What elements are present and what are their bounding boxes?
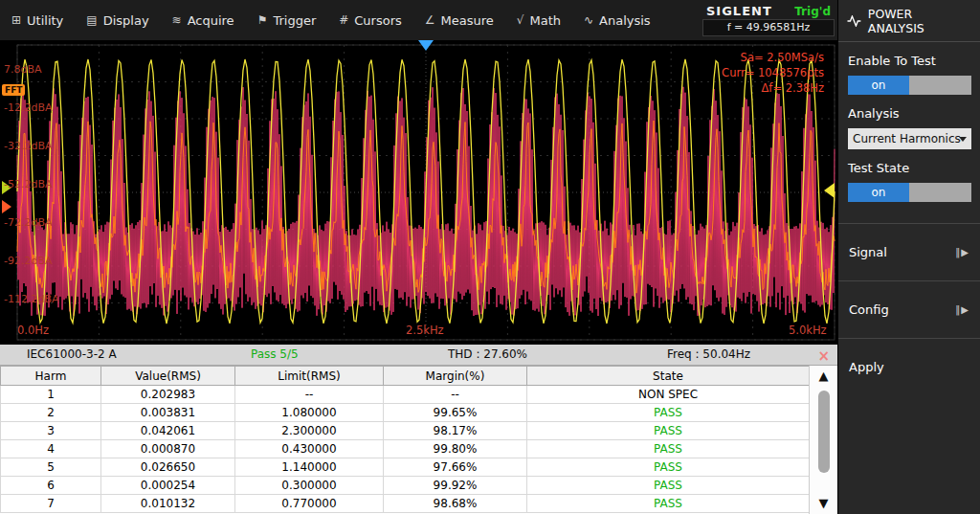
db-scale-label: 7.8dBA xyxy=(4,63,42,76)
config-menu-item[interactable]: Config ‖▶ xyxy=(838,280,980,338)
analysis-dropdown[interactable]: Current Harmonics xyxy=(848,128,971,149)
trigger-status: Trig'd xyxy=(794,5,831,18)
menu-item-label: Display xyxy=(103,13,149,28)
harmonics-table: HarmValue(RMS)Limit(RMS)Margin(%)State 1… xyxy=(0,366,809,513)
scroll-thumb[interactable] xyxy=(818,391,830,473)
table-scrollbar[interactable]: ▲ ▼ xyxy=(809,366,837,514)
fft-channel-badge[interactable]: FFT xyxy=(2,84,25,96)
menu-item-display[interactable]: ▤Display xyxy=(75,0,160,40)
sidebar-title: POWER ANALYSIS xyxy=(868,7,971,35)
scroll-down-button[interactable]: ▼ xyxy=(810,495,837,512)
test-standard-label: IEC61000-3-2 A xyxy=(27,347,117,361)
test-state-toggle-on-state: on xyxy=(848,183,909,202)
table-row: 70.0101320.77000098.68%PASS xyxy=(1,495,810,513)
menu-item-cursors[interactable]: #Cursors xyxy=(327,0,413,40)
power-analysis-sidebar: POWER ANALYSIS Enable To Test on Analysi… xyxy=(837,0,980,514)
table-row: 20.0038311.08000099.65%PASS xyxy=(1,404,810,422)
cell-harm: 7 xyxy=(1,495,101,513)
cell-margin: 99.65% xyxy=(384,404,527,422)
db-scale-label: -112.2dBA xyxy=(4,293,59,305)
db-scale-label: -72.2dBA xyxy=(4,216,53,229)
menu-item-label: Measure xyxy=(441,13,494,28)
config-label: Config xyxy=(849,302,889,317)
cell-state: PASS xyxy=(527,458,810,477)
column-header-valuerms: Value(RMS) xyxy=(101,367,235,386)
menu-item-label: Trigger xyxy=(273,13,316,28)
test-state-label: Test State xyxy=(848,161,970,175)
right-level-marker[interactable] xyxy=(824,183,835,198)
cell-margin: 98.17% xyxy=(384,422,527,440)
apply-label: Apply xyxy=(849,360,884,374)
close-results-button[interactable]: × xyxy=(817,347,830,365)
line-freq-readout: Freq : 50.04Hz xyxy=(667,347,750,361)
cell-margin: 99.80% xyxy=(384,440,527,458)
cell-limit: 1.140000 xyxy=(235,458,384,477)
freq-axis-label: 2.5kHz xyxy=(406,324,444,337)
analysis-icon: ∿ xyxy=(584,13,593,27)
enable-to-test-toggle[interactable]: on xyxy=(848,76,971,95)
cell-value: 0.010132 xyxy=(101,495,235,513)
cell-limit: 0.770000 xyxy=(235,495,384,513)
chevron-down-icon xyxy=(959,137,967,142)
cell-state: PASS xyxy=(527,495,810,513)
cell-harm: 3 xyxy=(1,422,101,440)
trigger-frequency-readout: f = 49.96581Hz xyxy=(702,19,835,36)
waveform-svg xyxy=(0,40,837,345)
cell-state: PASS xyxy=(527,404,810,422)
trigger-icon: ⚑ xyxy=(257,13,268,27)
menu-item-trigger[interactable]: ⚑Trigger xyxy=(246,0,328,40)
db-scale-label: -12.2dBA xyxy=(4,101,53,114)
analysis-dropdown-value: Current Harmonics xyxy=(853,132,961,145)
expand-arrow-icon: ‖▶ xyxy=(955,304,969,315)
math-icon: √ xyxy=(517,13,524,27)
cell-limit: 1.080000 xyxy=(235,404,384,422)
test-state-toggle[interactable]: on xyxy=(848,183,971,202)
menu-item-label: Cursors xyxy=(354,13,402,28)
sidebar-actions: Signal ‖▶ Config ‖▶ Apply xyxy=(838,223,980,395)
cell-value: 0.202983 xyxy=(101,386,235,404)
signal-menu-item[interactable]: Signal ‖▶ xyxy=(838,223,980,280)
apply-button[interactable]: Apply xyxy=(838,338,980,395)
analysis-label: Analysis xyxy=(848,106,970,121)
cell-limit: 0.430000 xyxy=(235,440,384,458)
column-header-limitrms: Limit(RMS) xyxy=(235,367,384,386)
cell-state: NON SPEC xyxy=(527,386,810,404)
delta-f-readout: Δf= 2.38Hz xyxy=(722,80,824,96)
menu-bar-items: ⊞Utility▤Display≋Acquire⚑Trigger#Cursors… xyxy=(0,0,662,40)
cell-margin: 98.68% xyxy=(384,495,527,513)
menu-item-utility[interactable]: ⊞Utility xyxy=(0,0,75,40)
points-readout: Curr= 1048576pts xyxy=(722,65,824,80)
acquire-icon: ≋ xyxy=(172,13,182,27)
utility-icon: ⊞ xyxy=(11,13,21,27)
test-state-section: Test State on xyxy=(838,149,980,202)
display-icon: ▤ xyxy=(86,13,97,27)
cell-state: PASS xyxy=(527,440,810,458)
cell-value: 0.026650 xyxy=(101,458,235,477)
brand-top-row: SIGLENT Trig'd xyxy=(702,4,835,18)
menu-item-acquire[interactable]: ≋Acquire xyxy=(161,0,246,40)
cell-value: 0.003831 xyxy=(101,404,235,422)
column-header-state: State xyxy=(527,367,810,386)
cell-harm: 6 xyxy=(1,477,101,495)
cell-value: 0.000254 xyxy=(101,477,235,495)
cell-harm: 1 xyxy=(1,386,101,404)
scroll-up-button[interactable]: ▲ xyxy=(810,368,837,385)
menu-item-math[interactable]: √Math xyxy=(505,0,572,40)
current-channel-marker[interactable] xyxy=(2,200,11,213)
db-scale-label: -92.2dBA xyxy=(4,255,53,267)
cell-margin: 99.92% xyxy=(384,477,527,495)
expand-arrow-icon: ‖▶ xyxy=(955,247,969,257)
cell-limit: -- xyxy=(235,386,384,404)
cell-harm: 2 xyxy=(1,404,101,422)
acquisition-readouts: Sa= 2.50MSa/s Curr= 1048576pts Δf= 2.38H… xyxy=(722,50,824,96)
waveform-display: FFT Sa= 2.50MSa/s Curr= 1048576pts Δf= 2… xyxy=(0,40,837,345)
cell-margin: 97.66% xyxy=(384,458,527,477)
enable-to-test-label: Enable To Test xyxy=(848,54,970,68)
menu-item-analysis[interactable]: ∿Analysis xyxy=(572,0,662,40)
menu-item-measure[interactable]: ∠Measure xyxy=(413,0,505,40)
column-header-margin: Margin(%) xyxy=(384,367,527,386)
power-analysis-icon xyxy=(847,15,861,27)
menu-item-label: Math xyxy=(529,13,561,28)
db-scale-label: -52.2dBA xyxy=(4,178,53,190)
table-header-row: HarmValue(RMS)Limit(RMS)Margin(%)State xyxy=(1,367,810,386)
